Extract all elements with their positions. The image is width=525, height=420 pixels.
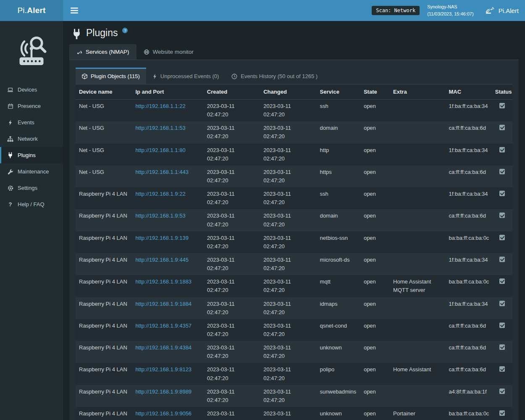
ip-port-link[interactable]: http://192.168.1.9:9056 — [135, 410, 192, 417]
ip-port-link[interactable]: http://192.168.1.9:4384 — [135, 344, 192, 351]
status-checkbox[interactable] — [499, 388, 505, 394]
service-cell: netbios-ssn — [317, 231, 360, 253]
status-checkbox[interactable] — [499, 125, 505, 130]
sidebar-item-label: Maintenance — [18, 168, 49, 175]
ip-port-link[interactable]: http://192.168.1.9:445 — [135, 257, 189, 263]
status-checkbox[interactable] — [499, 410, 505, 416]
host-info: Synology-NAS (11/03/2023, 15:46:07) — [427, 3, 474, 18]
ip-port-link[interactable]: http://192.168.1.9:1883 — [135, 278, 192, 285]
status-checkbox[interactable] — [499, 344, 505, 350]
extra-cell — [390, 100, 445, 122]
sidebar-item-devices[interactable]: Devices — [0, 81, 63, 98]
mac-cell: ca:ff:ff:ca:ba:6d — [445, 363, 491, 385]
tab-plugin-objects[interactable]: Plugin Objects (115) — [76, 68, 146, 84]
device-name-cell: Raspberry Pi 4 LAN — [76, 187, 132, 209]
ip-port-link[interactable]: http://192.168.1.9:4357 — [135, 323, 192, 329]
column-header-state[interactable]: State — [360, 84, 390, 100]
service-cell: sunwebadmins — [317, 385, 360, 407]
status-checkbox[interactable] — [499, 169, 505, 174]
menu-icon[interactable] — [71, 8, 78, 13]
tab-services-nmap[interactable]: Services (NMAP) — [69, 44, 136, 60]
table-row: Net - USGhttp://192.168.1.1:4432023-03-1… — [76, 165, 512, 187]
state-cell: open — [360, 319, 390, 341]
service-cell: ssh — [317, 100, 360, 122]
service-cell: https — [317, 165, 360, 187]
column-header-changed[interactable]: Changed — [260, 84, 316, 100]
ip-port-link[interactable]: http://192.168.1.1:53 — [135, 125, 185, 131]
table-row: Raspberry Pi 4 LANhttp://192.168.1.9:438… — [76, 341, 512, 363]
app-logo[interactable]: Pi.Alert — [0, 0, 63, 21]
ip-port-cell: http://192.168.1.9:1883 — [132, 275, 203, 297]
status-cell — [492, 144, 512, 165]
state-cell: open — [360, 144, 390, 165]
device-name-cell: Raspberry Pi 4 LAN — [76, 319, 132, 341]
status-checkbox[interactable] — [499, 278, 505, 284]
ip-port-link[interactable]: http://192.168.1.1:22 — [135, 103, 185, 109]
tab-label: Unprocessed Events (0) — [160, 73, 219, 79]
column-header-service[interactable]: Service — [317, 84, 360, 100]
brand-link[interactable]: Pi.Alert — [481, 7, 519, 14]
sidebar-item-maintenance[interactable]: Maintenance — [0, 163, 63, 180]
ip-port-link[interactable]: http://192.168.1.1:443 — [135, 169, 189, 175]
sidebar-item-settings[interactable]: Settings — [0, 180, 63, 196]
ip-port-link[interactable]: http://192.168.1.9:8123 — [135, 366, 192, 373]
mac-cell: ca:ff:ff:ca:ba:6d — [445, 209, 491, 231]
status-checkbox[interactable] — [499, 103, 505, 108]
status-cell — [492, 209, 512, 231]
column-header-mac[interactable]: MAC — [445, 84, 491, 100]
mac-cell: a4:8f:ff:aa:ba:1f — [445, 385, 491, 407]
changed-cell: 2023-03-11 02:47:20 — [260, 209, 316, 231]
column-header-ip-and-port[interactable]: Ip and Port — [132, 84, 203, 100]
status-cell — [492, 341, 512, 363]
created-cell: 2023-03-11 02:47:20 — [204, 187, 260, 209]
sidebar-item-events[interactable]: Events — [0, 114, 63, 131]
column-header-extra[interactable]: Extra — [390, 84, 445, 100]
plug-icon — [72, 29, 81, 39]
extra-cell: Home Assistant MQTT server — [390, 275, 445, 297]
changed-cell: 2023-03-11 02:47:20 — [260, 275, 316, 297]
device-name-cell: Raspberry Pi 4 LAN — [76, 385, 132, 407]
ip-port-link[interactable]: http://192.168.1.9:1884 — [135, 301, 192, 307]
ip-port-link[interactable]: http://192.168.1.9:22 — [135, 191, 185, 197]
ip-port-link[interactable]: http://192.168.1.1:80 — [135, 147, 185, 153]
status-checkbox[interactable] — [499, 257, 505, 262]
ip-port-cell: http://192.168.1.9:8989 — [132, 385, 203, 407]
state-cell: open — [360, 100, 390, 122]
sidebar-item-presence[interactable]: Presence — [0, 98, 63, 114]
device-name-cell: Raspberry Pi 4 LAN — [76, 209, 132, 231]
service-cell: qsnet-cond — [317, 319, 360, 341]
ip-port-link[interactable]: http://192.168.1.9:53 — [135, 213, 185, 219]
changed-cell: 2023-03-11 02:47:20 — [260, 100, 316, 122]
status-checkbox[interactable] — [499, 323, 505, 328]
clock-icon — [231, 74, 237, 79]
changed-cell: 2023-03-11 02:47:20 — [260, 319, 316, 341]
sidebar-item-plugins[interactable]: Plugins — [0, 147, 63, 163]
status-cell — [492, 363, 512, 385]
host-name: Synology-NAS — [427, 3, 474, 10]
ip-port-link[interactable]: http://192.168.1.9:139 — [135, 235, 189, 241]
column-header-device-name[interactable]: Device name — [76, 84, 132, 100]
tab-events-history[interactable]: Events History (50 out of 1265 ) — [225, 68, 324, 84]
status-checkbox[interactable] — [499, 191, 505, 196]
device-name-cell: Net - USG — [76, 144, 132, 165]
sidebar-item-network[interactable]: Network — [0, 131, 63, 147]
created-cell: 2023-03-11 02:47:20 — [204, 121, 260, 143]
ip-port-cell: http://192.168.1.9:8123 — [132, 363, 203, 385]
sidebar-item-help-faq[interactable]: ?Help / FAQ — [0, 196, 63, 213]
tab-unprocessed-events[interactable]: Unprocessed Events (0) — [146, 68, 225, 84]
status-checkbox[interactable] — [499, 235, 505, 240]
ip-port-link[interactable]: http://192.168.1.9:8989 — [135, 388, 192, 395]
extra-cell — [390, 144, 445, 165]
mac-cell: 1f:ba:ff:ca:ba:34 — [445, 144, 491, 165]
created-cell: 2023-03-11 02:47:20 — [204, 297, 260, 319]
status-checkbox[interactable] — [499, 147, 505, 152]
changed-cell: 2023-03-11 02:47:20 — [260, 187, 316, 209]
column-header-status[interactable]: Status — [492, 84, 512, 100]
help-badge[interactable]: ? — [122, 28, 128, 33]
status-checkbox[interactable] — [499, 213, 505, 218]
status-cell — [492, 253, 512, 275]
tab-website-monitor[interactable]: Website monitor — [136, 44, 201, 60]
status-checkbox[interactable] — [499, 366, 505, 372]
status-checkbox[interactable] — [499, 301, 505, 306]
column-header-created[interactable]: Created — [204, 84, 260, 100]
